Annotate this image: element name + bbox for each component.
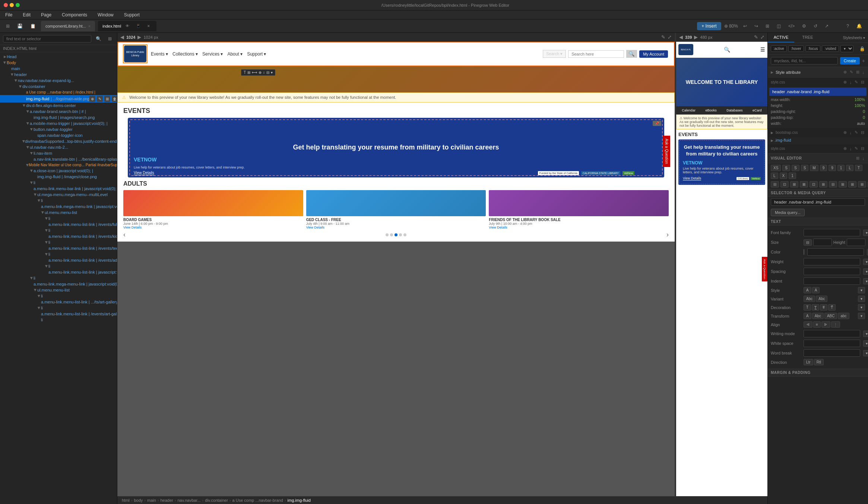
- indent-arrow[interactable]: ▾: [863, 278, 868, 284]
- dom-search-btn[interactable]: ▶ a.navbar-brand.search-btn | # |: [0, 108, 117, 114]
- view-details-link[interactable]: View Details: [134, 170, 154, 175]
- close-button[interactable]: [4, 3, 8, 7]
- dom-container[interactable]: ▶ div.container: [0, 84, 117, 89]
- layout-2[interactable]: ⊡: [780, 181, 789, 188]
- style-css-2-tool-2[interactable]: ↓: [849, 145, 853, 152]
- undo-btn[interactable]: ↩: [741, 22, 749, 30]
- edit-small-btn[interactable]: ✎: [754, 34, 758, 40]
- word-break-input[interactable]: [804, 349, 860, 357]
- dom-mobile-nav[interactable]: ▶ Mobile Nav Master ul Use comp... Parti…: [0, 162, 117, 168]
- mobile-nav-ebooks[interactable]: eBooks: [706, 108, 717, 112]
- action-btn-4[interactable]: 🗑: [112, 96, 117, 102]
- search-btn[interactable]: 🔍: [94, 35, 104, 42]
- insert-button[interactable]: + Insert: [697, 22, 721, 30]
- style-btn-1[interactable]: A: [804, 287, 811, 293]
- dir-rtl[interactable]: Rtl: [814, 359, 824, 365]
- writing-mode-arrow[interactable]: ▾: [863, 331, 868, 337]
- add-class-btn[interactable]: +: [862, 57, 865, 64]
- style-css-tool-2[interactable]: ↓: [849, 79, 853, 85]
- selector-input[interactable]: [771, 198, 865, 206]
- color-input[interactable]: [807, 248, 864, 256]
- mobile-search-btn[interactable]: 🔍: [724, 47, 730, 53]
- preview-icon[interactable]: 👁: [123, 23, 132, 29]
- carousel-prev[interactable]: ‹: [123, 231, 126, 239]
- dom-li-end[interactable]: li: [0, 317, 117, 323]
- mobile-nav-ecard[interactable]: eCard: [753, 108, 762, 112]
- mobile-nav-calendar[interactable]: Calendar: [682, 108, 696, 112]
- dom-menu-list-2[interactable]: ▶ ul.menu.menu-list: [0, 287, 117, 293]
- writing-mode-input[interactable]: [804, 330, 860, 337]
- friends-link[interactable]: View Details: [489, 226, 669, 229]
- bc-body[interactable]: body: [134, 498, 143, 503]
- tab-component-library[interactable]: componentLibrary.ht... ×: [41, 21, 95, 31]
- size-s3[interactable]: S: [801, 165, 809, 171]
- toolbar-icon-1[interactable]: ⊞: [4, 22, 12, 30]
- pseudo-hover[interactable]: :hover: [788, 45, 804, 52]
- dom-li-full-cal[interactable]: ▶ li: [0, 215, 117, 221]
- action-btn-2[interactable]: ✎: [97, 96, 103, 102]
- layout-4[interactable]: ⊠: [800, 181, 808, 188]
- size-m[interactable]: M: [810, 165, 818, 171]
- dom-toggler-icon[interactable]: span.navbar-toggler-icon: [0, 132, 117, 138]
- img-fluid-rule[interactable]: ▶ .img-fluid: [768, 137, 868, 144]
- search-field[interactable]: [568, 50, 624, 58]
- bc-container[interactable]: div.container: [205, 498, 228, 503]
- mobile-icon[interactable]: 📱: [134, 23, 143, 29]
- toolbar-icon-3[interactable]: 📋: [28, 22, 38, 30]
- dom-nav-item[interactable]: ▶ li.nav-item: [0, 150, 117, 156]
- dom-link-kidsc[interactable]: a.menu-link.menu-list-link | /events/kid…: [0, 233, 117, 239]
- dom-menu-events[interactable]: a.menu-link.menu-bar-link | javascript:v…: [0, 186, 117, 192]
- bc-header[interactable]: header: [161, 498, 173, 503]
- dom-li-teensc[interactable]: ▶ li: [0, 239, 117, 245]
- pseudo-dropdown[interactable]: ▾: [840, 45, 853, 52]
- font-family-input[interactable]: [804, 229, 860, 236]
- size-s[interactable]: S: [782, 165, 790, 171]
- edit-large-btn[interactable]: ✎: [661, 34, 665, 40]
- style-attr-tool-3[interactable]: ⊞: [855, 69, 860, 75]
- variant-arrow[interactable]: ▾: [858, 296, 865, 302]
- prev-small-btn[interactable]: ◀: [679, 34, 683, 40]
- layout-6[interactable]: ⊞: [819, 181, 827, 188]
- dom-mobile-trigger[interactable]: ▶ a.mobile-menu-trigger | javascript:voi…: [0, 120, 117, 126]
- dom-header[interactable]: ▶ header: [0, 72, 117, 78]
- style-css-tool-1[interactable]: ⊕: [843, 79, 848, 85]
- bootstrap-tool-3[interactable]: ✎: [854, 129, 859, 136]
- pseudo-visited[interactable]: :visited: [822, 45, 839, 52]
- size-l2[interactable]: L: [771, 173, 778, 179]
- dom-li-collections[interactable]: ▶ li: [0, 275, 117, 281]
- dom-mega-link-2[interactable]: a.menu-link.mega-menu-link | javascript:…: [0, 281, 117, 287]
- pseudo-lock-btn[interactable]: 🔒: [859, 46, 865, 51]
- menu-support[interactable]: Support: [122, 12, 142, 18]
- search-input[interactable]: [3, 35, 91, 42]
- share-btn[interactable]: ↗: [823, 22, 831, 30]
- code-btn[interactable]: </>: [786, 22, 797, 30]
- my-account-btn[interactable]: My Account: [639, 50, 668, 58]
- bc-main[interactable]: main: [147, 498, 156, 503]
- dom-img-fluid[interactable]: img.img-fluid | .../logo/main-wide.png ⊕…: [0, 95, 117, 103]
- deco-arrow[interactable]: ▾: [858, 304, 865, 311]
- dot-5[interactable]: [403, 233, 406, 236]
- dom-link-void[interactable]: a.menu-link.menu-list-link | javascript:…: [0, 269, 117, 275]
- size-x[interactable]: X: [780, 173, 788, 179]
- align-center[interactable]: ≡: [813, 321, 821, 328]
- style-attr-tool-1[interactable]: ⊕: [843, 69, 848, 75]
- expand-large-btn[interactable]: ⤢: [668, 34, 672, 40]
- dom-main[interactable]: main: [0, 66, 117, 72]
- style-attr-tool-2[interactable]: ✎: [849, 69, 854, 75]
- dom-translate-btn[interactable]: a.nav-link.translate-btn | .../benicalib…: [0, 156, 117, 162]
- next-small-btn[interactable]: ▶: [694, 34, 698, 40]
- filter-btn[interactable]: ⊞: [106, 35, 114, 42]
- dom-mega-link-1[interactable]: a.menu-link.mega-menu-link | javascript:…: [0, 204, 117, 210]
- dom-link-full-cal[interactable]: a.menu-link.menu-list-link | /events/ful…: [0, 221, 117, 227]
- menu-page[interactable]: Page: [39, 12, 54, 18]
- style-css-2-tool-4[interactable]: ⊟: [860, 145, 865, 152]
- size-xs[interactable]: XS: [771, 165, 781, 171]
- dot-3[interactable]: [395, 233, 397, 236]
- size-1[interactable]: 1: [837, 165, 845, 171]
- deco-btn-4[interactable]: T̄: [828, 304, 836, 311]
- notification-btn[interactable]: 🔔: [854, 22, 864, 30]
- white-space-input[interactable]: [804, 340, 860, 347]
- carousel-next[interactable]: ›: [666, 231, 669, 239]
- spacing-input[interactable]: [804, 268, 860, 275]
- dom-link-art2[interactable]: a.menu-link.menu-list-link | /events/art…: [0, 311, 117, 317]
